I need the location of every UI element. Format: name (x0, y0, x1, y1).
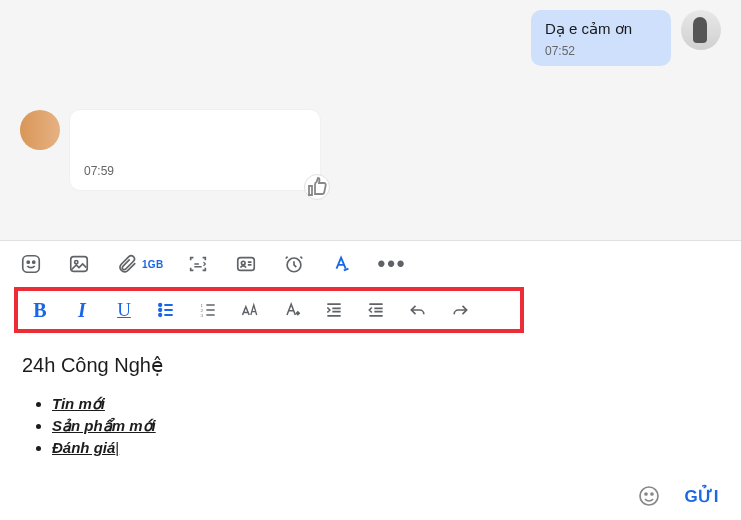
message-text: Dạ e cảm ơn (545, 20, 657, 38)
incoming-message: 07:59 (20, 110, 320, 190)
numbered-list-button[interactable]: 123 (196, 295, 220, 325)
indent-increase-button[interactable] (322, 295, 346, 325)
svg-rect-5 (238, 258, 255, 271)
bold-button[interactable]: B (28, 295, 52, 325)
svg-rect-0 (23, 256, 40, 273)
svg-rect-3 (71, 257, 88, 272)
sticker-icon[interactable] (18, 251, 44, 277)
italic-button[interactable]: I (70, 295, 94, 325)
format-text-icon[interactable] (329, 251, 355, 277)
message-bubble[interactable]: Dạ e cảm ơn 07:52 (531, 10, 671, 66)
format-toolbar-highlight: B I U 123 (0, 283, 741, 337)
clear-format-button[interactable] (280, 295, 304, 325)
chat-history: Dạ e cảm ơn 07:52 07:59 (0, 0, 741, 240)
emoji-icon[interactable] (635, 482, 663, 510)
svg-point-8 (159, 304, 162, 307)
svg-point-1 (27, 261, 29, 263)
outgoing-message: Dạ e cảm ơn 07:52 (531, 10, 721, 66)
contact-card-icon[interactable] (233, 251, 259, 277)
screenshot-icon[interactable] (185, 251, 211, 277)
list-item: Đánh giá (52, 439, 719, 456)
svg-point-10 (159, 314, 162, 317)
attach-size-label: 1GB (142, 259, 163, 270)
svg-point-9 (159, 309, 162, 312)
list-item: Tin mới (52, 395, 719, 413)
message-editor[interactable]: 24h Công Nghệ Tin mới Sản phẩm mới Đánh … (0, 337, 741, 520)
send-button[interactable]: GỬI (685, 486, 719, 507)
input-toolbar: 1GB ••• (0, 240, 741, 283)
more-icon[interactable]: ••• (377, 251, 406, 277)
bullet-list-button[interactable] (154, 295, 178, 325)
message-time: 07:59 (84, 164, 306, 178)
font-size-button[interactable] (238, 295, 262, 325)
list-item: Sản phẩm mới (52, 417, 719, 435)
editor-footer: GỬI (635, 482, 719, 510)
redo-button[interactable] (448, 295, 472, 325)
underline-button[interactable]: U (112, 295, 136, 325)
svg-point-6 (242, 261, 246, 265)
undo-button[interactable] (406, 295, 430, 325)
svg-text:3: 3 (201, 313, 204, 318)
svg-point-14 (640, 487, 658, 505)
paperclip-icon (114, 251, 140, 277)
svg-point-16 (651, 493, 653, 495)
svg-point-15 (645, 493, 647, 495)
editor-bullet-list: Tin mới Sản phẩm mới Đánh giá (52, 395, 719, 456)
svg-point-2 (33, 261, 35, 263)
message-time: 07:52 (545, 44, 657, 58)
avatar[interactable] (681, 10, 721, 50)
message-bubble[interactable]: 07:59 (70, 110, 320, 190)
indent-decrease-button[interactable] (364, 295, 388, 325)
avatar[interactable] (20, 110, 60, 150)
like-icon[interactable] (304, 174, 330, 200)
svg-point-4 (75, 261, 78, 264)
format-toolbar: B I U 123 (14, 287, 524, 333)
image-icon[interactable] (66, 251, 92, 277)
editor-heading: 24h Công Nghệ (22, 353, 719, 377)
reminder-icon[interactable] (281, 251, 307, 277)
attach-button[interactable]: 1GB (114, 251, 163, 277)
